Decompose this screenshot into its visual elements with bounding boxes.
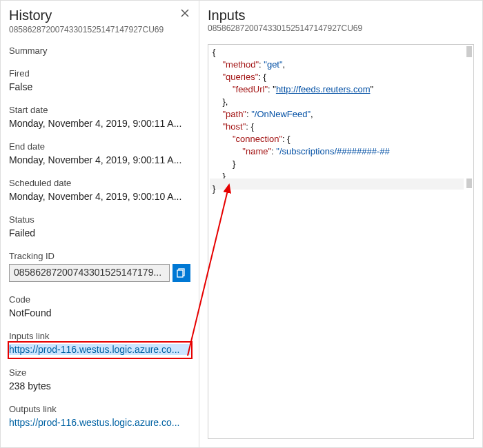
tracking-id-label: Tracking ID [9,251,190,261]
scheduled-date-value: Monday, November 4, 2019, 9:00:10 A... [9,191,190,202]
json-key: "name" [242,146,271,156]
json-key: "feedUrl" [233,84,268,94]
history-title: History [9,8,52,23]
end-date-value: Monday, November 4, 2019, 9:00:11 A... [9,154,190,165]
copy-button[interactable] [172,264,190,282]
end-date-label: End date [9,141,190,152]
json-editor[interactable]: { "method": "get", "queries": { "feedUrl… [208,44,474,439]
scheduled-date-label: Scheduled date [9,178,190,188]
json-key: "host" [222,121,246,132]
close-icon[interactable] [179,8,190,19]
copy-icon [177,268,186,278]
start-date-value: Monday, November 4, 2019, 9:00:11 A... [9,118,190,129]
json-key: "queries" [222,72,258,82]
code-label: Code [9,294,190,305]
scroll-marker-icon [466,46,472,57]
outputs-link[interactable]: https://prod-116.westus.logic.azure.co..… [9,417,190,428]
size-value: 238 bytes [9,380,190,391]
code-value: NotFound [9,307,190,318]
json-key: "method" [222,59,259,70]
json-key: "path" [222,109,246,119]
svg-rect-1 [177,270,183,277]
status-label: Status [9,214,190,225]
summary-label: Summary [9,45,190,56]
inputs-link[interactable]: https://prod-116.westus.logic.azure.co..… [9,344,190,355]
fired-label: Fired [9,68,190,79]
json-val: "get" [264,59,282,70]
fired-value: False [9,81,190,92]
json-val: "/subscriptions/########-## [276,146,389,156]
inputs-title: Inputs [208,8,474,23]
json-key: "connection" [233,134,282,144]
inputs-subtitle: 08586287200743301525147147927CU69 [208,23,474,33]
inputs-link-label: Inputs link [9,331,190,341]
status-value: Failed [9,227,190,238]
outputs-link-label: Outputs link [9,404,190,414]
history-pane: History 08586287200743301525147147927CU6… [1,1,199,447]
tracking-id-field[interactable]: 08586287200743301525147179... [9,264,170,282]
start-date-label: Start date [9,105,190,115]
history-subtitle: 08586287200743301525147147927CU69 [9,25,190,34]
json-url: http://feeds.reuters.com [276,84,371,94]
json-val: "/OnNewFeed" [251,109,310,119]
size-label: Size [9,367,190,378]
inputs-pane: Inputs 08586287200743301525147147927CU69… [199,1,482,447]
